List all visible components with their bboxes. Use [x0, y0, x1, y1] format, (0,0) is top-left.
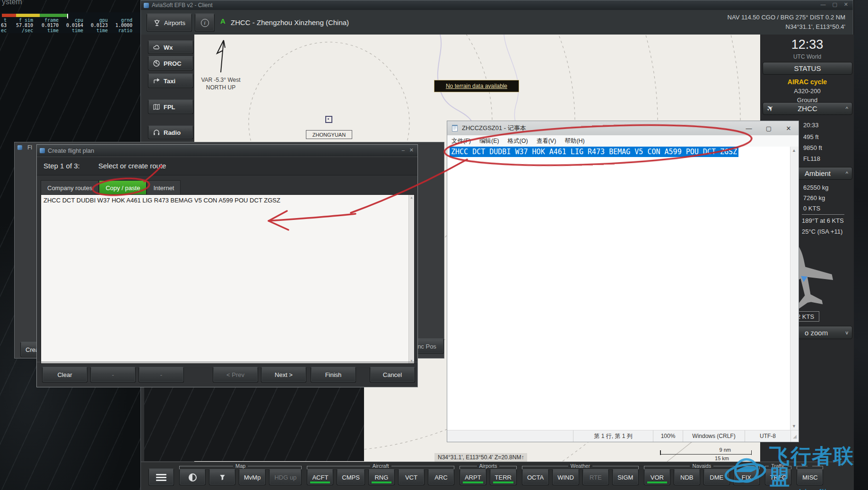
menu-format[interactable]: 格式(O)	[503, 137, 532, 145]
background-right	[854, 0, 868, 490]
headset-icon	[153, 129, 160, 136]
ambient-value: 62550 kg	[803, 184, 829, 191]
dialog-button-row: Clear - - < Prev Next > Finish Cancel	[37, 362, 417, 387]
toolbar-group-weather: Weather OCTA WIND RTE SIGM	[522, 464, 639, 485]
station-value: 9850 ft	[803, 144, 822, 151]
dialog-minimize-button[interactable]: –	[402, 147, 405, 153]
sidebar-item-taxi[interactable]: Taxi	[148, 74, 193, 88]
toolbar-group-airports: Airports ARPT TERR	[460, 464, 517, 485]
line-ending: Windows (CRLF)	[683, 430, 745, 442]
route-text-area[interactable]: ZHCC DCT DUDBI W37 HOK A461 LIG R473 BEM…	[41, 194, 415, 364]
menu-button[interactable]	[148, 469, 174, 486]
status-section-header[interactable]: STATUS	[763, 62, 852, 75]
efb-titlebar[interactable]: AviaSoft EFB v2 - Client — ▢ ✕	[141, 0, 853, 10]
chevron-up-icon: ^	[846, 171, 848, 176]
map-variation-label: VAR -5.3° West NORTH UP	[194, 76, 247, 91]
ambient-value: 0 KTS	[803, 205, 820, 212]
cloud-icon	[153, 44, 160, 51]
sidebar-item-fpl[interactable]: FPL	[148, 100, 193, 114]
prev-button[interactable]: < Prev	[213, 367, 258, 383]
minus-button[interactable]: -	[139, 367, 184, 383]
sidebar-label: Wx	[164, 44, 173, 51]
chevron-up-icon: ^	[846, 106, 848, 112]
notepad-icon	[451, 124, 459, 132]
funnel-icon	[219, 474, 226, 481]
aircraft-type: A320-200	[761, 88, 854, 95]
toolbar-button-rte[interactable]: RTE	[582, 469, 609, 485]
airport-beacon-icon	[153, 19, 161, 26]
station-section-header[interactable]: ✈ ZHCC ^	[763, 102, 852, 115]
info-button[interactable]: i	[195, 14, 215, 32]
airac-warning: AIRAC cycle	[761, 78, 854, 86]
route-source-tabs: Company routes Copy / paste Internet	[41, 180, 181, 195]
station-value: FL118	[803, 155, 820, 162]
finish-button[interactable]: Finish	[311, 367, 356, 383]
dialog-close-button[interactable]: ✕	[409, 147, 414, 153]
notepad-minimize-button[interactable]: —	[739, 121, 759, 135]
menu-file[interactable]: 文件(F)	[447, 137, 475, 145]
toolbar-button-vct[interactable]: VCT	[398, 469, 425, 485]
cursor-position: 第 1 行, 第 1 列	[573, 430, 653, 442]
group-label: Map	[235, 464, 245, 469]
group-label: Navaids	[692, 464, 711, 469]
scrollbar[interactable]: ▲▼	[790, 147, 799, 430]
efb-minimize-button[interactable]: —	[820, 1, 825, 8]
toolbar-button-terr[interactable]: TERR	[490, 469, 517, 485]
airports-button[interactable]: Airports	[147, 14, 192, 32]
airport-class-badge: A	[220, 17, 226, 25]
toolbar-button-arpt[interactable]: ARPT	[460, 469, 486, 485]
scrollbar[interactable]: ▲▼	[408, 195, 414, 363]
toolbar-button-sigm[interactable]: SIGM	[612, 469, 639, 485]
toolbar-button-ndb[interactable]: NDB	[674, 469, 700, 485]
notepad-menubar: 文件(F) 编辑(E) 格式(O) 查看(V) 帮助(H)	[447, 135, 799, 147]
dialog-titlebar[interactable]: Create flight plan – ✕	[37, 145, 417, 157]
create-flight-plan-dialog: Create flight plan – ✕ Step 1 of 3: Sele…	[36, 144, 418, 387]
toolbar-button-hdg-up[interactable]: HDG up	[269, 469, 302, 485]
notepad-titlebar[interactable]: ZHCCZGSZ01 - 记事本 — ▢ ✕	[447, 121, 799, 135]
zoom-level: 100%	[653, 430, 683, 442]
toolbar-button-rng[interactable]: RNG	[368, 469, 395, 485]
notepad-close-button[interactable]: ✕	[779, 121, 799, 135]
brightness-button[interactable]	[179, 469, 206, 485]
waypoint-label: ZHONGYUAN	[306, 130, 352, 139]
minus-button[interactable]: -	[90, 367, 136, 383]
tab-copy-paste[interactable]: Copy / paste	[99, 180, 147, 195]
efb-close-button[interactable]: ✕	[844, 1, 848, 8]
brightness-icon	[189, 473, 197, 481]
cancel-button[interactable]: Cancel	[370, 367, 415, 383]
toolbar-button-wind[interactable]: WIND	[552, 469, 579, 485]
tab-internet[interactable]: Internet	[147, 180, 181, 195]
resize-grip[interactable]: ◢	[790, 430, 799, 442]
toolbar-button-octa[interactable]: OCTA	[522, 469, 549, 485]
coords-line: N34°31.1', E113°50.4'	[728, 22, 845, 32]
next-button[interactable]: Next >	[261, 367, 306, 383]
toolbar-button-cmps[interactable]: CMPS	[337, 469, 365, 485]
efb-window-title: AviaSoft EFB v2 - Client	[152, 2, 213, 9]
toolbar-button-mvmp[interactable]: MvMp	[239, 469, 266, 485]
divider	[802, 214, 844, 215]
notepad-text-area[interactable]: ZHCC DCT DUDBI W37 HOK A461 LIG R473 BEM…	[447, 147, 799, 430]
sidebar-item-proc[interactable]: PROC	[148, 56, 193, 70]
map-filter-button[interactable]	[209, 469, 235, 485]
wizard-step-bar: Step 1 of 3: Select or create route	[37, 157, 417, 175]
airport-title: ZHCC - Zhengzhou Xinzheng (China)	[231, 10, 349, 35]
clear-button[interactable]: Clear	[42, 367, 87, 383]
sidebar-item-wx[interactable]: Wx	[148, 41, 193, 54]
efb-maximize-button[interactable]: ▢	[832, 1, 837, 8]
tab-company-routes[interactable]: Company routes	[41, 180, 99, 195]
toolbar-button-arc[interactable]: ARC	[428, 469, 454, 485]
sidebar-item-radio[interactable]: Radio	[148, 126, 193, 139]
chevron-down-icon: v	[846, 330, 849, 335]
sidebar-label: PROC	[164, 60, 182, 67]
waypoint-symbol	[325, 116, 332, 123]
toolbar-button-vor[interactable]: VOR	[644, 469, 670, 485]
efb-app-icon	[144, 3, 149, 8]
menu-help[interactable]: 帮助(H)	[560, 137, 589, 145]
ambient-value: 7260 kg	[803, 194, 825, 201]
menu-view[interactable]: 查看(V)	[532, 137, 561, 145]
menu-edit[interactable]: 编辑(E)	[475, 137, 503, 145]
toolbar-button-acft[interactable]: ACFT	[307, 469, 333, 485]
airports-button-label: Airports	[164, 19, 185, 26]
notepad-maximize-button[interactable]: ▢	[759, 121, 779, 135]
window-icon	[17, 145, 22, 150]
